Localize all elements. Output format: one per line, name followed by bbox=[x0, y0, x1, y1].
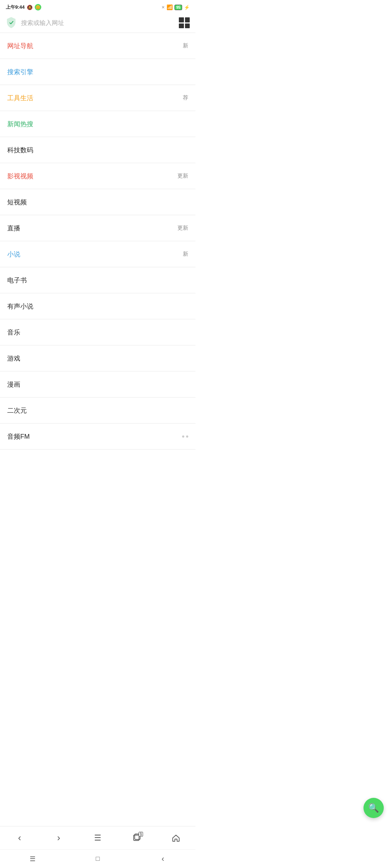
dot-1 bbox=[186, 435, 188, 438]
sim-icon: ✕ bbox=[161, 5, 165, 10]
menu-label-manga: 漫画 bbox=[7, 380, 20, 389]
menu-label-search-engine: 搜索引擎 bbox=[7, 68, 33, 76]
menu-item-tech[interactable]: 科技数码 bbox=[0, 137, 196, 163]
qr-icon[interactable] bbox=[179, 17, 190, 28]
menu-label-ebook: 电子书 bbox=[7, 276, 27, 285]
menu-label-anime: 二次元 bbox=[7, 406, 27, 415]
frog-icon: 😊 bbox=[35, 4, 41, 10]
menu-label-live: 直播 bbox=[7, 224, 20, 233]
menu-badge-tools: 荐 bbox=[183, 94, 188, 101]
menu-label-news: 新闻热搜 bbox=[7, 120, 33, 128]
status-left: 上午9:44 🔕 😊 bbox=[6, 4, 41, 10]
menu-item-live[interactable]: 直播更新 bbox=[0, 215, 196, 241]
menu-label-video: 影视视频 bbox=[7, 172, 33, 180]
menu-label-nav: 网址导航 bbox=[7, 42, 33, 50]
menu-label-music: 音乐 bbox=[7, 328, 20, 337]
menu-label-audio-novel: 有声小说 bbox=[7, 302, 33, 311]
menu-label-novel: 小说 bbox=[7, 250, 20, 259]
menu-item-ebook[interactable]: 电子书 bbox=[0, 267, 196, 293]
menu-label-short-video: 短视频 bbox=[7, 198, 27, 207]
search-placeholder: 搜索或输入网址 bbox=[21, 20, 64, 26]
menu-item-novel[interactable]: 小说新 bbox=[0, 241, 196, 267]
menu-item-game[interactable]: 游戏 bbox=[0, 345, 196, 371]
qr-block-2 bbox=[185, 17, 190, 22]
menu-item-music[interactable]: 音乐 bbox=[0, 319, 196, 345]
time-label: 上午9:44 bbox=[6, 4, 25, 10]
menu-item-short-video[interactable]: 短视频 bbox=[0, 189, 196, 215]
qr-block-1 bbox=[179, 17, 184, 22]
qr-block-3 bbox=[179, 24, 184, 29]
menu-item-manga[interactable]: 漫画 bbox=[0, 371, 196, 397]
menu-label-game: 游戏 bbox=[7, 354, 20, 363]
menu-badge-video: 更新 bbox=[177, 173, 188, 179]
dot-0 bbox=[182, 435, 184, 438]
menu-label-tools: 工具生活 bbox=[7, 94, 33, 102]
menu-label-fm: 音频FM bbox=[7, 432, 30, 441]
status-right: ✕ 📶 95 ⚡ bbox=[161, 4, 190, 10]
menu-item-news[interactable]: 新闻热搜 bbox=[0, 111, 196, 137]
pagination-dots bbox=[182, 435, 188, 438]
battery-icon: 95 bbox=[175, 5, 182, 10]
menu-badge-live: 更新 bbox=[177, 225, 188, 231]
bell-icon: 🔕 bbox=[27, 5, 33, 10]
menu-item-audio-novel[interactable]: 有声小说 bbox=[0, 293, 196, 319]
menu-list: 网址导航新搜索引擎工具生活荐新闻热搜科技数码影视视频更新短视频直播更新小说新电子… bbox=[0, 33, 196, 493]
charge-icon: ⚡ bbox=[184, 5, 190, 10]
search-bar[interactable]: 搜索或输入网址 bbox=[0, 13, 196, 33]
search-input[interactable]: 搜索或输入网址 bbox=[21, 19, 175, 27]
wifi-icon: 📶 bbox=[167, 4, 173, 10]
qr-block-4 bbox=[185, 24, 190, 29]
menu-item-fm[interactable]: 音频FM bbox=[0, 424, 196, 450]
menu-item-video[interactable]: 影视视频更新 bbox=[0, 163, 196, 189]
menu-item-nav[interactable]: 网址导航新 bbox=[0, 33, 196, 59]
menu-badge-novel: 新 bbox=[183, 251, 188, 258]
menu-item-tools[interactable]: 工具生活荐 bbox=[0, 85, 196, 111]
menu-badge-nav: 新 bbox=[183, 42, 188, 49]
menu-item-anime[interactable]: 二次元 bbox=[0, 397, 196, 424]
shield-icon bbox=[6, 17, 17, 29]
menu-item-search-engine[interactable]: 搜索引擎 bbox=[0, 59, 196, 85]
status-bar: 上午9:44 🔕 😊 ✕ 📶 95 ⚡ bbox=[0, 0, 196, 13]
menu-label-tech: 科技数码 bbox=[7, 146, 33, 154]
